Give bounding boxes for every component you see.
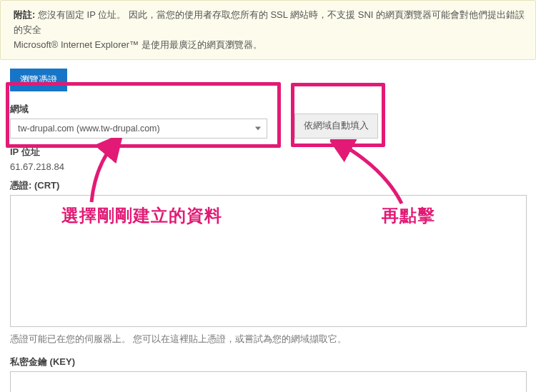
- cert-help-text: 憑證可能已在您的伺服器上。 您可以在這裡貼上憑證，或嘗試為您的網域擷取它。: [10, 333, 526, 346]
- domain-selected-value: tw-drupal.com (www.tw-drupal.com): [11, 119, 267, 138]
- domain-field-group: 網域 tw-drupal.com (www.tw-drupal.com): [10, 103, 267, 139]
- key-textarea[interactable]: [10, 371, 527, 392]
- domain-select[interactable]: tw-drupal.com (www.tw-drupal.com): [10, 119, 267, 139]
- domain-label: 網域: [10, 103, 267, 116]
- notice-line-2: Microsoft® Internet Explorer™ 是使用最廣泛的網頁瀏…: [14, 38, 525, 53]
- cert-textarea[interactable]: [10, 195, 527, 327]
- chevron-down-icon: [255, 127, 261, 131]
- key-label: 私密金鑰 (KEY): [10, 356, 526, 368]
- cert-label: 憑證: (CRT): [10, 179, 526, 192]
- ip-value: 61.67.218.84: [10, 161, 526, 172]
- notice-prefix: 附註:: [14, 9, 35, 20]
- notice-line-1: 附註: 您沒有固定 IP 位址。 因此，當您的使用者存取您所有的 SSL 網站時…: [14, 8, 525, 38]
- notice-banner: 附註: 您沒有固定 IP 位址。 因此，當您的使用者存取您所有的 SSL 網站時…: [0, 0, 536, 60]
- notice-text-1: 您沒有固定 IP 位址。 因此，當您的使用者存取您所有的 SSL 網站時，不支援…: [14, 9, 525, 35]
- ip-label: IP 位址: [10, 146, 526, 159]
- browse-cert-button[interactable]: 瀏覽憑證: [10, 69, 67, 91]
- autofill-by-domain-button[interactable]: 依網域自動填入: [294, 114, 378, 139]
